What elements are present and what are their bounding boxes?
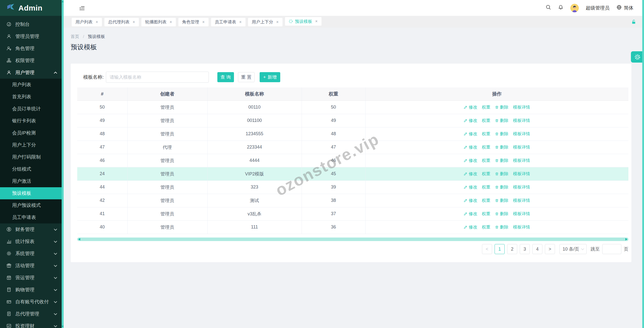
page-scrollbar[interactable]: [642, 0, 644, 328]
sidebar-item[interactable]: 投资理财: [0, 320, 62, 328]
action-edit[interactable]: 修改: [464, 104, 477, 110]
sidebar-subitem[interactable]: 用户打码限制: [0, 151, 62, 163]
tab[interactable]: 用户上下分×: [248, 18, 283, 26]
action-edit[interactable]: 修改: [464, 184, 477, 190]
action-link[interactable]: 权重: [482, 144, 490, 150]
action-edit[interactable]: 修改: [464, 198, 477, 203]
sidebar-item[interactable]: 系统管理: [0, 248, 62, 260]
sidebar-subitem[interactable]: 分组模式: [0, 163, 62, 175]
action-link[interactable]: 模板详情: [513, 131, 530, 137]
next-page-button[interactable]: >: [545, 244, 555, 254]
sidebar-subitem[interactable]: 员工申请表: [0, 211, 62, 223]
action-delete[interactable]: 删除: [495, 131, 508, 137]
search-icon[interactable]: [546, 5, 551, 11]
template-name-input[interactable]: [106, 72, 209, 83]
action-delete[interactable]: 删除: [495, 198, 508, 203]
action-link[interactable]: 模板详情: [513, 158, 530, 163]
action-edit[interactable]: 修改: [464, 131, 477, 137]
sidebar-subitem[interactable]: 用户上下分: [0, 139, 62, 151]
close-icon[interactable]: ×: [170, 20, 172, 25]
sidebar-subitem[interactable]: 用户预设模式: [0, 199, 62, 211]
close-icon[interactable]: ×: [96, 20, 98, 25]
page-button[interactable]: 1: [495, 244, 505, 254]
action-delete[interactable]: 删除: [495, 158, 508, 163]
breadcrumb-home[interactable]: 首页: [71, 34, 79, 39]
sidebar-item[interactable]: 自有账号代收付: [0, 296, 62, 308]
action-edit[interactable]: 修改: [464, 144, 477, 150]
action-link[interactable]: 模板详情: [513, 224, 530, 230]
sidebar-item[interactable]: 管理员管理: [0, 30, 62, 42]
action-link[interactable]: 模板详情: [513, 104, 530, 110]
action-delete[interactable]: 删除: [495, 184, 508, 190]
action-link[interactable]: 权重: [482, 158, 490, 163]
sidebar-subitem[interactable]: 用户列表: [0, 79, 62, 91]
action-link[interactable]: 权重: [482, 118, 490, 123]
action-link[interactable]: 模板详情: [513, 118, 530, 123]
action-link[interactable]: 权重: [482, 224, 490, 230]
sidebar-item[interactable]: 营运管理: [0, 272, 62, 284]
jump-page-input[interactable]: [602, 244, 621, 254]
action-link[interactable]: 模板详情: [513, 211, 530, 217]
action-link[interactable]: 模板详情: [513, 184, 530, 190]
action-edit[interactable]: 修改: [464, 224, 477, 230]
sidebar-scrollbar[interactable]: [62, 0, 64, 328]
close-icon[interactable]: ×: [276, 20, 279, 25]
sidebar-subitem[interactable]: 用户激活: [0, 175, 62, 187]
sidebar-subitem[interactable]: 预设模板: [0, 187, 62, 199]
action-link[interactable]: 权重: [482, 184, 490, 190]
close-icon[interactable]: ×: [202, 20, 205, 25]
horizontal-scrollbar[interactable]: [77, 238, 628, 241]
sidebar-item[interactable]: 财务管理: [0, 223, 62, 236]
avatar[interactable]: [570, 4, 579, 12]
action-delete[interactable]: 删除: [495, 118, 508, 123]
action-link[interactable]: 权重: [482, 211, 490, 217]
action-delete[interactable]: 删除: [495, 171, 508, 177]
sidebar-item[interactable]: 用户管理: [0, 67, 62, 79]
sidebar-subitem[interactable]: 首充列表: [0, 91, 62, 103]
logo[interactable]: Admin: [0, 0, 62, 16]
page-button[interactable]: 3: [520, 244, 530, 254]
search-button[interactable]: 查 询: [217, 72, 234, 82]
sidebar-item[interactable]: 活动管理: [0, 260, 62, 272]
action-link[interactable]: 模板详情: [513, 171, 530, 177]
scroll-left-arrow-icon[interactable]: [78, 238, 80, 241]
page-size-select[interactable]: 10 条/页: [559, 244, 587, 254]
sidebar-item[interactable]: 控制台: [0, 18, 62, 30]
sidebar-item[interactable]: 总代理管理: [0, 308, 62, 320]
action-edit[interactable]: 修改: [464, 211, 477, 217]
sidebar-subitem[interactable]: 会员订单统计: [0, 103, 62, 115]
sidebar-subitem[interactable]: 会员IP检测: [0, 127, 62, 139]
action-delete[interactable]: 删除: [495, 104, 508, 110]
action-link[interactable]: 模板详情: [513, 198, 530, 203]
tab[interactable]: 角色管理×: [178, 18, 209, 26]
scroll-down-arrow-icon[interactable]: [62, 326, 64, 327]
page-button[interactable]: 2: [507, 244, 517, 254]
sidebar-subitem[interactable]: 银行卡列表: [0, 115, 62, 127]
sidebar-item[interactable]: 角色管理: [0, 42, 62, 55]
action-delete[interactable]: 删除: [495, 144, 508, 150]
reset-button[interactable]: 重 置: [238, 72, 255, 82]
action-link[interactable]: 模板详情: [513, 144, 530, 150]
collapse-menu-icon[interactable]: [79, 5, 85, 11]
sidebar-item[interactable]: 权限管理: [0, 55, 62, 67]
sidebar-item[interactable]: 购物管理: [0, 284, 62, 296]
action-edit[interactable]: 修改: [464, 118, 477, 123]
scroll-up-arrow-icon[interactable]: [62, 1, 64, 2]
action-link[interactable]: 权重: [482, 171, 490, 177]
prev-page-button[interactable]: <: [482, 244, 492, 254]
page-button[interactable]: 4: [532, 244, 542, 254]
close-icon[interactable]: ×: [315, 19, 318, 24]
lock-icon[interactable]: [631, 19, 636, 25]
tab[interactable]: 员工申请表×: [211, 18, 246, 26]
add-button[interactable]: + 新增: [260, 72, 280, 82]
notification-bell-icon[interactable]: [558, 5, 564, 11]
action-edit[interactable]: 修改: [464, 158, 477, 163]
sidebar-item[interactable]: 统计报表: [0, 236, 62, 248]
action-link[interactable]: 权重: [482, 131, 490, 137]
action-delete[interactable]: 删除: [495, 224, 508, 230]
tab[interactable]: 总代理列表×: [104, 18, 139, 26]
tab[interactable]: 轮播图列表×: [141, 18, 176, 26]
tab[interactable]: 预设模板×: [285, 17, 321, 26]
tab[interactable]: 用户列表×: [72, 18, 102, 26]
action-delete[interactable]: 删除: [495, 211, 508, 217]
